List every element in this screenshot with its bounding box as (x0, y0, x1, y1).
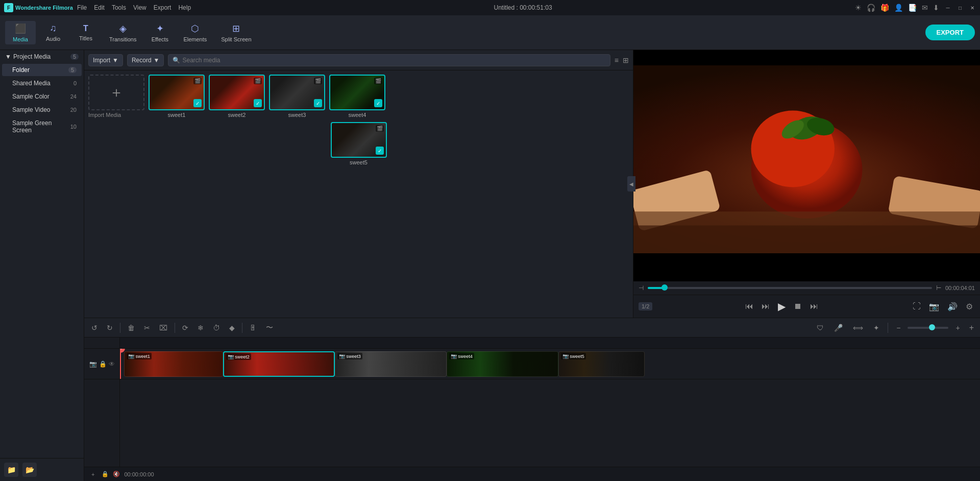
minimize-button[interactable]: ─ (944, 4, 951, 11)
media-item-sweet4[interactable]: 🎬 ✓ sweet4 (329, 75, 385, 118)
zoom-out-button[interactable]: − (893, 322, 903, 334)
import-media-button[interactable]: ＋ (88, 75, 144, 110)
app-title: Untitled : 00:00:51:03 (494, 4, 552, 11)
silence-detect-button[interactable]: 〜 (263, 321, 276, 334)
fullscreen-button[interactable]: ⛶ (911, 300, 923, 313)
collapse-preview-button[interactable]: ◀ (627, 176, 635, 191)
effects-timeline-button[interactable]: ✦ (870, 322, 883, 334)
export-button[interactable]: EXPORT (925, 25, 975, 40)
titlebar-left: F Wondershare Filmora File Edit Tools Vi… (4, 3, 191, 12)
sidebar-sample-video[interactable]: Sample Video 20 (2, 104, 82, 116)
playhead[interactable] (120, 349, 121, 379)
frame-forward-button[interactable]: ⏭ (808, 300, 820, 313)
ai-denoise-button[interactable]: 🛡 (814, 322, 827, 334)
delete-button[interactable]: 🗑 (125, 322, 138, 334)
clip-sweet1[interactable]: 📷 sweet1 (124, 351, 223, 377)
remove-item-button[interactable]: 📂 (22, 463, 37, 477)
eye-track-icon[interactable]: 👁 (109, 360, 115, 368)
toolbar-splitscreen[interactable]: ⊞ Split Screen (215, 21, 257, 44)
toolbar-elements[interactable]: ⬡ Elements (177, 21, 213, 44)
search-input[interactable] (182, 57, 605, 64)
clip-sweet2[interactable]: 📷 sweet2 (223, 351, 335, 377)
timer-button[interactable]: ⏱ (210, 322, 223, 334)
stop-button[interactable]: ⏹ (792, 300, 804, 313)
gift-icon[interactable]: 🎁 (880, 4, 889, 12)
progress-thumb[interactable] (662, 284, 668, 291)
audio-mute-icon[interactable]: 🔇 (113, 471, 120, 477)
close-button[interactable]: ✕ (969, 4, 976, 11)
add-track-button[interactable]: + (967, 321, 976, 334)
cut-button[interactable]: ✂ (141, 322, 153, 334)
sun-icon[interactable]: ☀ (855, 4, 862, 12)
preview-panel: ◀ (633, 50, 980, 318)
menu-help[interactable]: Help (178, 4, 191, 11)
toolbar-media[interactable]: ⬛ Media (5, 21, 36, 44)
clip-sweet4[interactable]: 📷 sweet4 (447, 351, 558, 377)
sidebar-folder-item[interactable]: Folder 5 (2, 64, 82, 76)
search-icon: 🔍 (173, 57, 180, 64)
video-track-icon[interactable]: 📷 (89, 360, 97, 368)
menu-export[interactable]: Export (154, 4, 172, 11)
media-item-sweet3[interactable]: 🎬 ✓ sweet3 (269, 75, 325, 118)
sidebar-sample-color[interactable]: Sample Color 24 (2, 90, 82, 103)
media-item-sweet5[interactable]: 🎬 ✓ sweet5 (88, 122, 629, 165)
zoom-slider[interactable] (908, 327, 948, 329)
step-backward-button[interactable]: ⏮ (743, 300, 755, 313)
media-item-sweet2[interactable]: 🎬 ✓ sweet2 (209, 75, 265, 118)
screenshot-button[interactable]: 📷 (927, 300, 941, 314)
zoom-in-button[interactable]: + (952, 322, 963, 334)
app-logo-icon: F (4, 3, 13, 12)
media-item-sweet1[interactable]: 🎬 ✓ sweet1 (149, 75, 205, 118)
media-name-sweet5: sweet5 (350, 159, 368, 165)
microphone-button[interactable]: 🎤 (831, 322, 846, 334)
crop-button[interactable]: ⌧ (156, 322, 170, 334)
zoom-thumb[interactable] (929, 324, 935, 330)
add-media-button[interactable]: + (88, 470, 97, 478)
toolbar-transitions[interactable]: ◈ Transitions (103, 21, 142, 44)
preview-video (633, 50, 980, 281)
menu-file[interactable]: File (77, 4, 87, 11)
add-folder-button[interactable]: 📁 (4, 463, 18, 477)
mail-icon[interactable]: ✉ (922, 4, 928, 12)
maximize-button[interactable]: □ (957, 4, 964, 11)
transitions-timeline-button[interactable]: ⟺ (850, 322, 866, 334)
toolbar-audio[interactable]: ♫ Audio (38, 21, 68, 44)
bookmark-icon[interactable]: 📑 (908, 4, 917, 12)
menu-view[interactable]: View (133, 4, 146, 11)
settings-button[interactable]: ⚙ (964, 300, 975, 314)
menu-tools[interactable]: Tools (112, 4, 126, 11)
clip-sweet3[interactable]: 📷 sweet3 (335, 351, 447, 377)
media-thumb-sweet1: 🎬 ✓ (149, 75, 205, 110)
redo-button[interactable]: ↻ (104, 322, 116, 334)
lock-icon[interactable]: 🔒 (102, 471, 109, 477)
menu-edit[interactable]: Edit (94, 4, 105, 11)
progress-track[interactable] (648, 287, 932, 289)
out-point-button[interactable]: ⊢ (936, 284, 941, 292)
filter-button[interactable]: ≡ (615, 56, 619, 64)
import-dropdown[interactable]: Import ▼ (88, 54, 123, 66)
speed-ratio-display[interactable]: 1/2 (639, 302, 652, 310)
headphones-icon[interactable]: 🎧 (867, 4, 875, 12)
sidebar-sample-green-screen[interactable]: Sample Green Screen 10 (2, 117, 82, 136)
clip-sweet5[interactable]: 📷 sweet5 (558, 351, 645, 377)
toolbar-titles[interactable]: T Titles (70, 22, 101, 43)
toolbar-effects[interactable]: ✦ Effects (144, 21, 175, 44)
download-icon[interactable]: ⬇ (933, 4, 939, 12)
undo-button[interactable]: ↺ (88, 322, 101, 334)
record-chevron-icon: ▼ (154, 57, 160, 64)
frame-backward-button[interactable]: ⏭ (760, 300, 772, 313)
keyframe-button[interactable]: ◆ (226, 322, 238, 334)
in-point-button[interactable]: ⊣ (639, 284, 644, 292)
sidebar-shared-media[interactable]: Shared Media 0 (2, 77, 82, 89)
audio-adjust-button[interactable]: 🎚 (247, 322, 260, 334)
play-button[interactable]: ▶ (776, 298, 788, 315)
freeze-frame-button[interactable]: ❄ (194, 322, 207, 334)
user-icon[interactable]: 👤 (894, 4, 903, 12)
lock-track-icon[interactable]: 🔒 (99, 360, 107, 368)
speed-button[interactable]: ⟳ (179, 322, 191, 334)
volume-button[interactable]: 🔊 (945, 300, 960, 314)
sidebar-project-media-header[interactable]: ▼ Project Media 5 (0, 50, 84, 63)
grid-view-button[interactable]: ⊞ (623, 56, 629, 64)
record-dropdown[interactable]: Record ▼ (127, 54, 164, 66)
svg-rect-10 (633, 225, 980, 253)
